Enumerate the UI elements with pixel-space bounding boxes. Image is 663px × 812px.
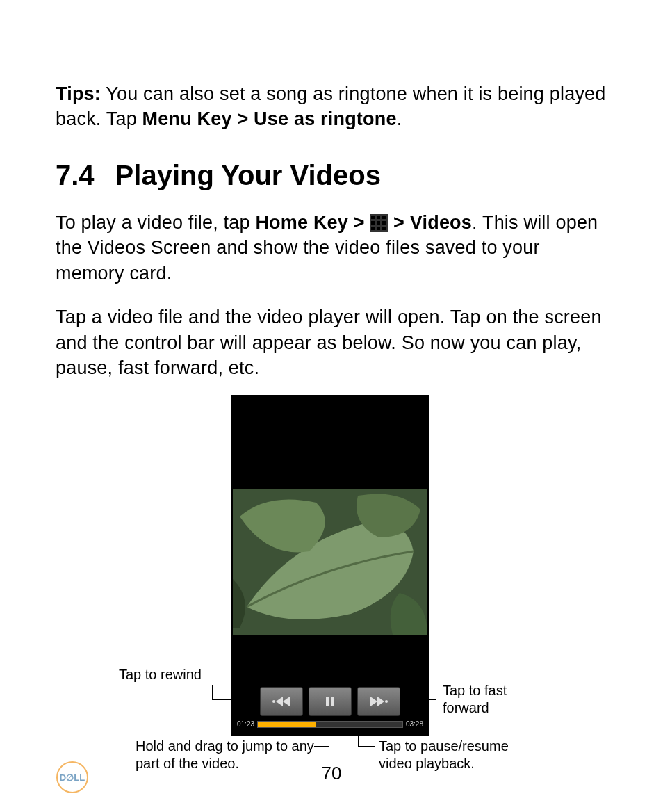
page-number: 70 [0, 763, 663, 784]
callout-line [314, 746, 329, 747]
pause-button[interactable] [309, 687, 352, 716]
dell-logo-icon: D∅LL [56, 761, 89, 794]
apps-grid-icon [370, 213, 388, 232]
video-player-figure: Tap to rewind Tap to fast forward Tap to… [109, 395, 554, 784]
svg-point-18 [385, 700, 388, 703]
callout-rewind: Tap to rewind [119, 666, 202, 683]
progress-bar[interactable] [257, 721, 403, 728]
p1-text-1: To play a video file, tap [56, 212, 255, 233]
callout-line [212, 685, 213, 699]
heading-title: Playing Your Videos [115, 160, 381, 191]
total-time: 03:28 [406, 720, 423, 728]
pause-icon [320, 695, 340, 708]
svg-rect-1 [371, 216, 375, 219]
rewind-button[interactable] [260, 687, 303, 716]
svg-marker-12 [283, 697, 290, 706]
svg-marker-16 [370, 697, 377, 706]
fast-forward-button[interactable] [357, 687, 400, 716]
svg-rect-7 [371, 227, 375, 230]
svg-text:D∅LL: D∅LL [60, 772, 85, 783]
callout-line [358, 746, 375, 747]
svg-rect-14 [326, 697, 329, 706]
phone-frame: 01:23 03:28 [231, 395, 429, 736]
leaves-image [233, 489, 427, 635]
progress-fill [258, 722, 316, 727]
tips-paragraph: Tips: You can also set a song as rington… [56, 81, 607, 132]
svg-rect-15 [332, 697, 334, 706]
fast-forward-icon [369, 695, 388, 708]
tips-label: Tips: [56, 83, 101, 104]
svg-point-11 [272, 700, 275, 703]
control-panel: 01:23 03:28 [233, 680, 427, 736]
paragraph-2: Tap a video file and the video player wi… [56, 304, 607, 380]
svg-rect-6 [382, 221, 386, 225]
svg-marker-17 [377, 697, 384, 706]
svg-rect-5 [377, 221, 380, 225]
control-buttons-row [233, 687, 427, 717]
section-heading: 7.4 Playing Your Videos [56, 160, 607, 191]
tips-text-2: . [397, 108, 402, 129]
svg-marker-13 [276, 697, 283, 706]
svg-rect-8 [377, 227, 380, 230]
progress-row: 01:23 03:28 [237, 719, 423, 730]
video-frame [233, 489, 427, 635]
svg-rect-3 [382, 216, 386, 219]
rewind-icon [272, 695, 291, 708]
heading-number: 7.4 [56, 160, 95, 191]
elapsed-time: 01:23 [237, 720, 254, 728]
svg-rect-2 [377, 216, 380, 219]
tips-bold-1: Menu Key > Use as ringtone [142, 108, 397, 129]
svg-rect-9 [382, 227, 386, 230]
callout-fastforward: Tap to fast forward [443, 682, 547, 717]
svg-rect-4 [371, 221, 375, 225]
p1-bold-1: Home Key > [255, 212, 370, 233]
p1-bold-2: > Videos [388, 212, 472, 233]
paragraph-1: To play a video file, tap Home Key > > V… [56, 210, 607, 286]
